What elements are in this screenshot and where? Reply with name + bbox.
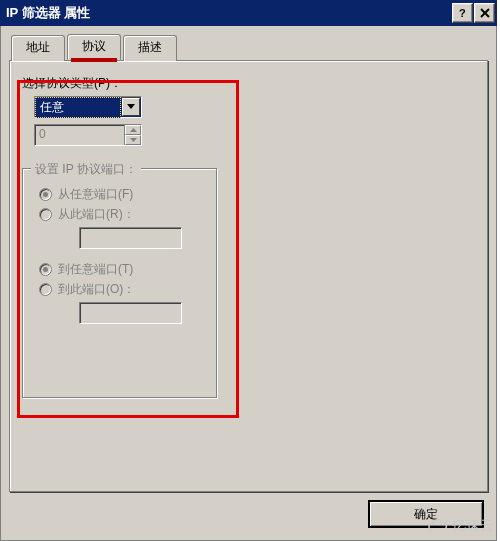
dropdown-value: 任意 <box>35 97 121 118</box>
radio-icon <box>39 283 52 296</box>
radio-label: 到此端口(O)： <box>58 281 135 298</box>
radio-icon <box>39 208 52 221</box>
dropdown-arrow-button[interactable] <box>122 98 140 116</box>
svg-marker-4 <box>130 128 137 132</box>
svg-marker-5 <box>130 138 137 142</box>
dialog-window: IP 筛选器 属性 ? 地址 协议 描述 <box>0 0 497 541</box>
tab-label: 地址 <box>26 40 50 54</box>
tab-label: 协议 <box>82 39 106 53</box>
close-button[interactable] <box>474 3 495 23</box>
radio-label: 到任意端口(T) <box>58 261 133 278</box>
spinner-value: 0 <box>35 125 124 145</box>
watermark-text: 亿速云 <box>452 517 494 535</box>
to-port-input <box>79 302 182 324</box>
tab-address[interactable]: 地址 <box>11 35 65 61</box>
port-groupbox: 设置 IP 协议端口： 从任意端口(F) 从此端口(R)： 到任意端口(T) <box>22 168 217 398</box>
protocol-type-dropdown[interactable]: 任意 <box>34 96 142 118</box>
dialog-title: IP 筛选器 属性 <box>6 4 452 22</box>
radio-icon <box>39 188 52 201</box>
tab-description[interactable]: 描述 <box>123 35 177 61</box>
client-area: 地址 协议 描述 选择协议类型(P)： 任意 <box>0 26 497 541</box>
protocol-number-spinner: 0 <box>34 124 142 146</box>
tab-panel: 选择协议类型(P)： 任意 0 设置 IP 协议端口： <box>9 60 488 492</box>
spinner-up-button <box>125 125 141 135</box>
protocol-type-label: 选择协议类型(P)： <box>22 75 475 92</box>
help-button[interactable]: ? <box>452 3 473 23</box>
svg-marker-3 <box>127 104 135 109</box>
active-underline-mark <box>71 58 117 62</box>
watermark: 亿速云 <box>426 517 494 535</box>
radio-icon <box>39 263 52 276</box>
to-any-port-radio: 到任意端口(T) <box>39 261 206 278</box>
tab-protocol[interactable]: 协议 <box>67 34 121 60</box>
from-any-port-radio: 从任意端口(F) <box>39 186 206 203</box>
from-port-input <box>79 227 182 249</box>
groupbox-legend: 设置 IP 协议端口： <box>31 161 141 178</box>
svg-text:?: ? <box>459 7 466 19</box>
to-this-port-radio: 到此端口(O)： <box>39 281 206 298</box>
cloud-icon <box>426 517 450 535</box>
from-this-port-radio: 从此端口(R)： <box>39 206 206 223</box>
spinner-down-button <box>125 135 141 145</box>
tab-strip: 地址 协议 描述 <box>9 34 488 60</box>
tab-label: 描述 <box>138 40 162 54</box>
radio-label: 从此端口(R)： <box>58 206 135 223</box>
titlebar[interactable]: IP 筛选器 属性 ? <box>0 0 497 26</box>
radio-label: 从任意端口(F) <box>58 186 133 203</box>
